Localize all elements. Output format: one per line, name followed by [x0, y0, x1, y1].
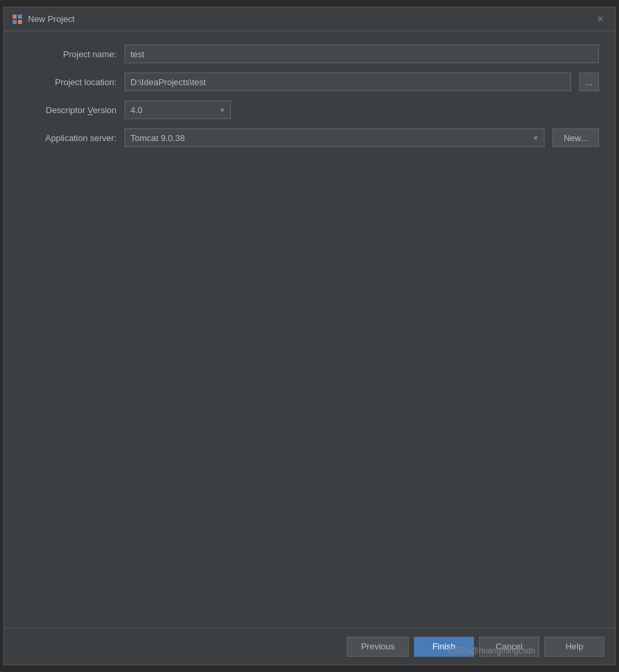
project-name-input[interactable] [124, 45, 599, 63]
application-server-row: Application server: Tomcat 9.0.38 ▼ New.… [20, 128, 599, 147]
project-location-row: Project location: ... [20, 73, 599, 91]
app-icon [12, 14, 23, 25]
browse-button[interactable]: ... [579, 73, 599, 91]
svg-rect-1 [18, 15, 22, 19]
descriptor-version-row: Descriptor Version 4.0 3.1 3.0 2.5 ▼ [20, 100, 599, 119]
close-button[interactable]: × [594, 13, 607, 26]
new-project-dialog: New Project × Project name: Project loca… [3, 7, 616, 665]
svg-rect-2 [13, 20, 17, 24]
svg-rect-0 [13, 15, 17, 19]
title-bar-left: New Project [12, 14, 75, 25]
application-server-label: Application server: [20, 133, 116, 143]
title-bar: New Project × [4, 7, 615, 31]
project-location-input[interactable] [124, 73, 571, 91]
server-select-wrapper: Tomcat 9.0.38 ▼ [124, 128, 544, 147]
watermark-text: CSDN@huangmingcsdn [448, 646, 535, 655]
project-location-label: Project location: [20, 77, 116, 87]
project-name-row: Project name: [20, 45, 599, 63]
application-server-select[interactable]: Tomcat 9.0.38 [124, 128, 544, 147]
dialog-content: Project name: Project location: ... Desc… [4, 31, 615, 627]
help-button[interactable]: Help [544, 637, 604, 657]
svg-rect-3 [18, 20, 22, 24]
descriptor-version-label: Descriptor Version [20, 105, 116, 115]
content-spacer [20, 156, 599, 614]
descriptor-version-select[interactable]: 4.0 3.1 3.0 2.5 [124, 100, 231, 119]
new-server-button[interactable]: New... [552, 128, 599, 147]
dialog-title: New Project [28, 14, 75, 24]
dialog-footer: Previous Finish Cancel Help CSDN@huangmi… [4, 627, 615, 665]
descriptor-version-dropdown-wrapper: 4.0 3.1 3.0 2.5 ▼ [124, 100, 231, 119]
project-name-label: Project name: [20, 49, 116, 59]
previous-button[interactable]: Previous [347, 637, 409, 657]
